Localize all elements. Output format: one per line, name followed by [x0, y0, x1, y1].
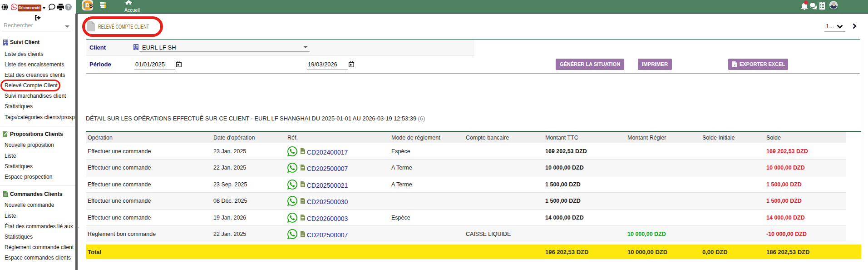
svg-text:x: x: [734, 64, 736, 67]
